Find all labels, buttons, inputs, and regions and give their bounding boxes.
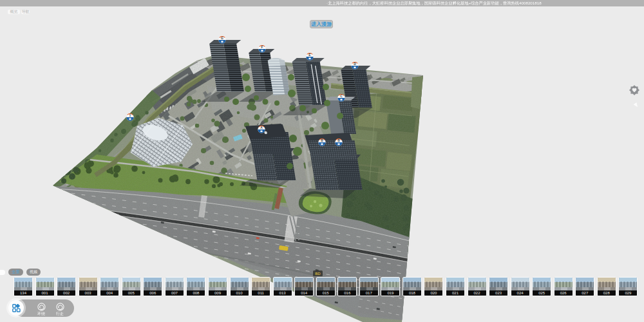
svg-text:D: D: [354, 62, 356, 66]
svg-text:B: B: [337, 138, 340, 142]
svg-text:C: C: [340, 94, 343, 98]
svg-text:F: F: [261, 45, 263, 49]
svg-text:A: A: [260, 126, 263, 129]
svg-text:B: B: [321, 138, 323, 142]
svg-text:BD: BD: [315, 272, 321, 276]
svg-text:G: G: [221, 36, 223, 40]
svg-text:1: 1: [129, 113, 131, 117]
